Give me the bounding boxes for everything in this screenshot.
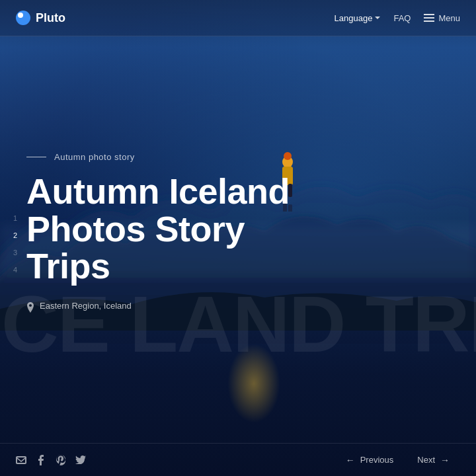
logo[interactable]: Pluto [16,11,65,25]
language-label: Language [335,13,373,23]
hamburger-icon [424,14,434,22]
facebook-social-icon[interactable] [36,455,46,465]
slide-indicator-1[interactable]: 1 [13,214,17,222]
arrow-right-icon: → [440,455,450,465]
next-label: Next [417,455,435,465]
chevron-down-icon [375,17,380,19]
subtitle-text: Autumn photo story [54,152,135,162]
language-selector[interactable]: Language [335,13,381,23]
navigation-buttons: ← Previous Next → [335,450,460,471]
arrow-left-icon: ← [346,455,355,465]
subtitle-container: Autumn photo story [26,152,324,162]
header: Pluto Language FAQ Menu [0,0,476,36]
faq-link[interactable]: FAQ [393,13,411,23]
previous-label: Previous [360,455,394,465]
slide-indicator-2[interactable]: 2 [13,231,17,239]
main-nav: Language FAQ Menu [335,13,460,23]
subtitle-dash [26,157,46,157]
next-button[interactable]: Next → [407,450,460,471]
pinterest-social-icon[interactable] [56,455,66,465]
slide-indicators: 1 2 3 4 [13,214,17,274]
title-line-2: Photos Story Trips [26,209,245,286]
main-title: Autumn Iceland Photos Story Trips [26,173,324,285]
menu-button[interactable]: Menu [424,13,460,23]
email-social-icon[interactable] [16,455,26,465]
main-content: Autumn photo story Autumn Iceland Photos… [26,152,324,313]
location-info: Eastern Region, Iceland [26,301,324,313]
location-pin-icon [26,302,34,313]
slide-indicator-3[interactable]: 3 [13,249,17,257]
twitter-social-icon[interactable] [75,455,86,465]
previous-button[interactable]: ← Previous [335,450,405,471]
title-line-1: Autumn Iceland [26,171,290,211]
social-links [16,455,86,465]
location-text: Eastern Region, Iceland [40,301,132,311]
logo-icon [16,11,30,25]
logo-text: Pluto [36,11,65,25]
footer: ← Previous Next → [0,443,476,476]
slide-indicator-4[interactable]: 4 [13,266,17,274]
menu-label: Menu [438,13,460,23]
